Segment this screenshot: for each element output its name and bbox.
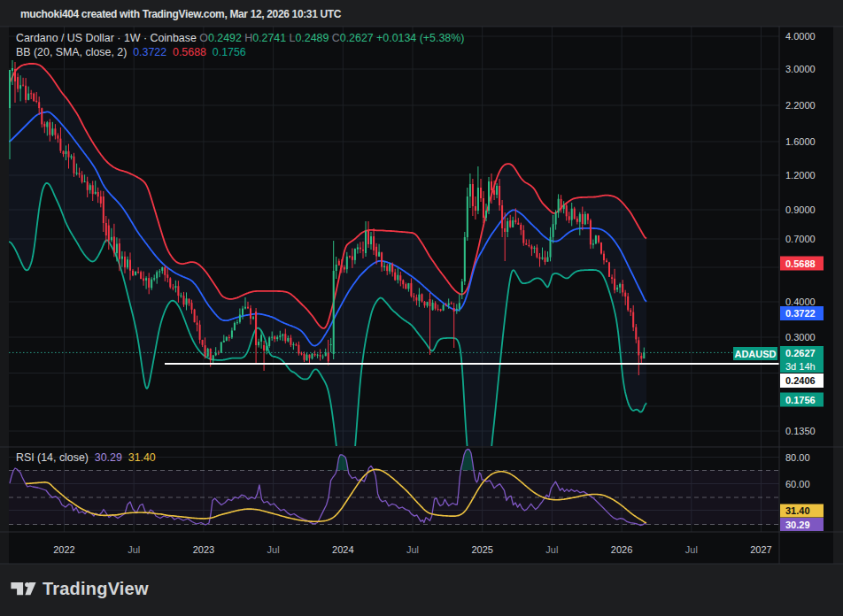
svg-text:2025: 2025: [471, 544, 492, 555]
svg-text:80.00: 80.00: [785, 452, 810, 463]
svg-text:TradingView: TradingView: [43, 579, 149, 598]
svg-text:1.2000: 1.2000: [785, 170, 816, 181]
svg-text:0.1350: 0.1350: [785, 426, 816, 436]
svg-text:0.5688: 0.5688: [785, 258, 816, 269]
svg-text:2026: 2026: [611, 544, 632, 555]
svg-text:4.0000: 4.0000: [785, 31, 816, 42]
svg-text:Jul: Jul: [128, 544, 140, 555]
svg-text:2024: 2024: [332, 544, 353, 555]
svg-text:60.00: 60.00: [785, 479, 810, 489]
svg-text:2027: 2027: [750, 544, 771, 555]
svg-text:3.0000: 3.0000: [785, 64, 816, 74]
svg-text:1.6000: 1.6000: [785, 136, 816, 147]
svg-text:2022: 2022: [53, 544, 74, 555]
svg-text:Jul: Jul: [545, 544, 558, 555]
svg-text:0.4000: 0.4000: [785, 296, 816, 307]
svg-text:2.2000: 2.2000: [785, 100, 816, 111]
svg-text:Jul: Jul: [267, 544, 280, 555]
svg-text:30.29: 30.29: [785, 520, 810, 530]
svg-text:RSI (14, close) 30.29 31.40: RSI (14, close) 30.29 31.40: [16, 451, 156, 464]
svg-text:ADAUSD: ADAUSD: [734, 349, 776, 359]
svg-text:muchoki404 created with Tradin: muchoki404 created with TradingView.com,…: [20, 8, 342, 20]
svg-text:Jul: Jul: [406, 544, 419, 555]
svg-text:0.7000: 0.7000: [785, 234, 816, 244]
svg-text:0.1756: 0.1756: [785, 395, 816, 405]
svg-text:Cardano / US Dollar · 1W · Coi: Cardano / US Dollar · 1W · Coinbase O0.2…: [16, 32, 464, 44]
svg-text:0.2627: 0.2627: [785, 348, 816, 358]
svg-text:Jul: Jul: [685, 544, 698, 555]
svg-text:3d 14h: 3d 14h: [785, 361, 816, 372]
svg-text:31.40: 31.40: [785, 505, 810, 516]
svg-text:0.9000: 0.9000: [785, 204, 816, 215]
svg-text:0.2406: 0.2406: [785, 375, 816, 386]
svg-text:2023: 2023: [193, 544, 214, 555]
svg-text:BB (20, SMA, close, 2) 0.3722: BB (20, SMA, close, 2) 0.3722 0.5688 0.1…: [16, 46, 246, 58]
svg-text:0.3722: 0.3722: [785, 308, 816, 319]
svg-text:0.3000: 0.3000: [785, 332, 816, 343]
